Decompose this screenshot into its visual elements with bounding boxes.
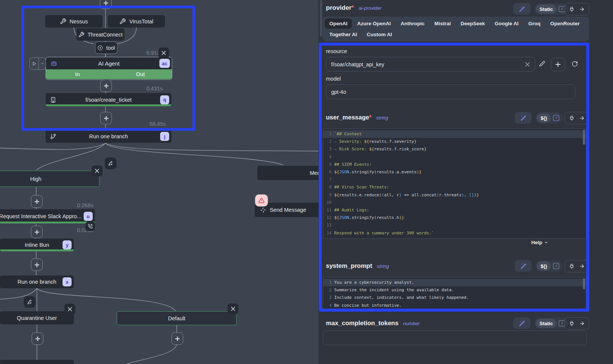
static-expression-toggle[interactable]: Static f bbox=[534, 318, 568, 329]
add-branch-button[interactable] bbox=[105, 158, 116, 169]
editor-scrollbar[interactable] bbox=[583, 130, 585, 145]
expression-icon[interactable]: f bbox=[553, 263, 559, 269]
provider-tab-together-ai[interactable]: Together AI bbox=[325, 29, 362, 40]
provider-tab-openrouter[interactable]: OpenRouter bbox=[546, 18, 584, 29]
expression-mode-toggle[interactable]: ${} f bbox=[535, 260, 563, 272]
expression-mode-label[interactable]: ${} bbox=[537, 262, 551, 271]
code-line[interactable]: 10 bbox=[323, 199, 586, 206]
add-step-connector[interactable] bbox=[32, 332, 43, 345]
chevron-down-icon[interactable] bbox=[39, 58, 46, 69]
agent-out-handle[interactable]: Out bbox=[109, 69, 172, 79]
edit-resource-button[interactable] bbox=[539, 61, 545, 68]
expression-icon[interactable]: f bbox=[559, 6, 565, 12]
code-line[interactable]: 13 bbox=[323, 222, 586, 229]
model-input[interactable]: gpt-4o bbox=[326, 84, 575, 99]
resource-input[interactable]: f/soar/chatgpt_api_key bbox=[326, 57, 535, 72]
provider-tab-azure-openai[interactable]: Azure OpenAI bbox=[353, 18, 395, 29]
user-message-editor[interactable]: 1`## Context2- Severity: ${results.f.sev… bbox=[323, 128, 586, 239]
code-line[interactable]: 2Summarize the incident using the availa… bbox=[323, 286, 586, 294]
expression-icon[interactable]: f bbox=[553, 115, 559, 121]
node-quarantine-user[interactable]: Quarantine User bbox=[0, 311, 74, 324]
static-mode-label[interactable]: Static bbox=[536, 5, 556, 14]
help-toggle[interactable]: Help bbox=[531, 240, 548, 245]
node-create-ticket[interactable]: f/soar/create_ticket q bbox=[46, 93, 171, 106]
play-icon[interactable] bbox=[30, 58, 39, 69]
ai-autofill-button[interactable] bbox=[513, 3, 530, 15]
panel-scrollbar[interactable] bbox=[320, 0, 322, 37]
system-prompt-editor[interactable]: 1You are a cybersecurity analyst.2Summar… bbox=[323, 277, 586, 310]
connect-output-button[interactable] bbox=[564, 3, 589, 15]
connect-output-button[interactable] bbox=[564, 112, 589, 124]
agent-in-handle[interactable]: In bbox=[46, 69, 109, 79]
code-line[interactable]: 4 bbox=[323, 153, 586, 161]
add-resource-button[interactable] bbox=[551, 58, 565, 71]
code-line[interactable]: 4Be concise but informative. bbox=[323, 302, 586, 309]
ai-autofill-button[interactable] bbox=[515, 112, 532, 124]
close-button[interactable] bbox=[228, 303, 238, 314]
connect-output-button[interactable] bbox=[564, 317, 589, 330]
node-threatconnect[interactable]: ThreatConnect bbox=[76, 28, 124, 41]
node-badge: x bbox=[63, 277, 72, 286]
node-virustotal[interactable]: VirusTotal bbox=[108, 15, 165, 28]
node-slack-approval[interactable]: Request Interactive Slack Appro... u bbox=[0, 209, 95, 223]
field-type: number bbox=[403, 321, 420, 326]
editor-scrollbar[interactable] bbox=[583, 278, 585, 289]
workflow-canvas[interactable]: Nessus VirusTotal ThreatConnect tool 6.9… bbox=[0, 0, 318, 364]
code-line[interactable]: 1You are a cybersecurity analyst. bbox=[323, 279, 586, 286]
add-step-connector[interactable] bbox=[100, 0, 112, 9]
refresh-resources-button[interactable] bbox=[572, 61, 578, 69]
code-line[interactable]: 11## Audit Logs: bbox=[323, 206, 586, 214]
provider-tab-groq[interactable]: Groq bbox=[524, 18, 545, 29]
provider-tab-google-ai[interactable]: Google AI bbox=[490, 18, 523, 29]
node-run-one-branch-2[interactable]: Run one branch x bbox=[0, 275, 74, 288]
expression-icon[interactable]: f bbox=[559, 320, 565, 326]
node-branch-medium[interactable]: Medium bbox=[257, 166, 318, 180]
provider-tab-custom-ai[interactable]: Custom AI bbox=[362, 29, 397, 40]
provider-tab-anthropic[interactable]: Anthropic bbox=[396, 18, 429, 29]
expression-mode-label[interactable]: ${} bbox=[537, 113, 551, 122]
static-expression-toggle[interactable]: Static f bbox=[534, 3, 568, 15]
ai-autofill-button[interactable] bbox=[515, 260, 532, 272]
clear-icon[interactable] bbox=[525, 62, 530, 67]
node-partial-bottom[interactable] bbox=[0, 360, 74, 364]
code-line[interactable]: 9${results.e.reduce((all, r) => all.conc… bbox=[323, 191, 586, 199]
add-step-connector[interactable] bbox=[100, 112, 112, 124]
add-step-connector[interactable] bbox=[31, 258, 43, 271]
code-line[interactable]: 3- Risk Score: ${results.f.risk_score} bbox=[323, 145, 586, 153]
close-button[interactable] bbox=[64, 304, 75, 315]
code-line[interactable]: 7 bbox=[323, 176, 586, 184]
provider-tab-openai[interactable]: OpenAI bbox=[325, 18, 352, 29]
node-inline-bun[interactable]: Inline Bun y bbox=[0, 239, 74, 251]
node-branch-default[interactable]: Default bbox=[117, 311, 237, 325]
provider-tab-mistral[interactable]: Mistral bbox=[430, 18, 456, 29]
code-line[interactable]: 6${JSON.stringify(results.a.events)} bbox=[323, 168, 586, 176]
add-step-connector[interactable] bbox=[171, 332, 183, 345]
node-run-one-branch-1[interactable]: Run one branch j bbox=[46, 130, 171, 143]
node-ai-agent[interactable]: AI Agent ac In Out bbox=[46, 57, 172, 80]
node-label: ThreatConnect bbox=[88, 32, 123, 38]
expression-mode-toggle[interactable]: ${} f bbox=[535, 112, 563, 124]
code-line[interactable]: 3Include context, indicators, and what l… bbox=[323, 294, 586, 301]
close-button[interactable] bbox=[158, 47, 169, 58]
node-branch-high[interactable]: High bbox=[0, 171, 99, 187]
code-line[interactable]: 8## Virus Scan Threats: bbox=[323, 184, 586, 191]
code-line[interactable]: 14Respond with a summary under 300 words… bbox=[323, 229, 586, 237]
run-node-button[interactable] bbox=[29, 57, 46, 70]
add-branch-button[interactable] bbox=[24, 296, 35, 308]
code-line[interactable]: 5## SIEM Events: bbox=[323, 161, 586, 168]
ai-autofill-button[interactable] bbox=[513, 317, 530, 329]
node-tool[interactable]: tool bbox=[95, 41, 118, 54]
max-tokens-input[interactable] bbox=[323, 330, 587, 345]
add-step-connector[interactable] bbox=[31, 226, 43, 238]
code-line[interactable]: 1`## Context bbox=[323, 130, 586, 138]
add-step-connector[interactable] bbox=[100, 80, 112, 92]
connect-output-button[interactable] bbox=[564, 260, 589, 272]
static-mode-label[interactable]: Static bbox=[536, 319, 556, 328]
code-line[interactable]: 12${JSON.stringify(results.h)} bbox=[323, 214, 586, 222]
node-nessus[interactable]: Nessus bbox=[45, 15, 102, 28]
code-line[interactable]: 2- Severity: ${results.f.severity} bbox=[323, 138, 586, 145]
add-step-connector[interactable] bbox=[31, 195, 43, 208]
provider-tab-deepseek[interactable]: DeepSeek bbox=[456, 18, 490, 29]
close-button[interactable] bbox=[92, 165, 102, 176]
chevron-down-icon bbox=[544, 240, 548, 245]
